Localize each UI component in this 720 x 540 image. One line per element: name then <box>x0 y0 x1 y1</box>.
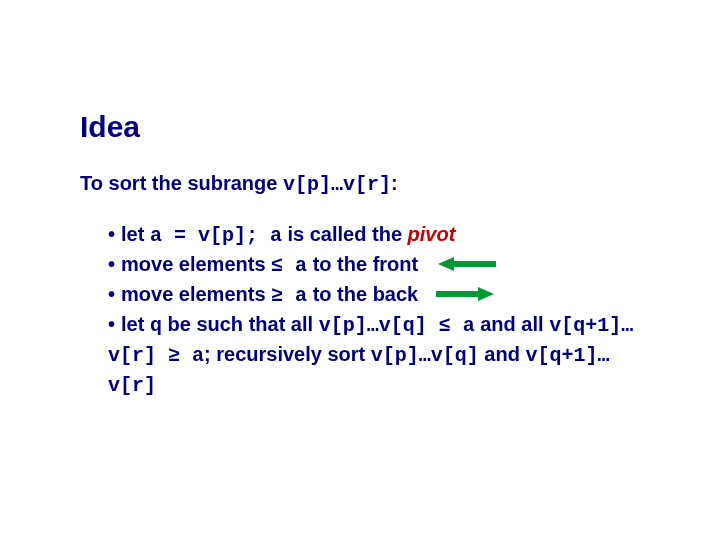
b4-code1: v[p]…v[q] ≤ a <box>319 314 475 337</box>
b1-code: a = v[p]; a <box>150 224 282 247</box>
bullet-glyph: • <box>108 283 115 305</box>
lede-pre: To sort the subrange <box>80 172 283 194</box>
bullet-4: •let q be such that all v[p]…v[q] ≤ a an… <box>108 310 640 400</box>
b4-and: and <box>479 343 526 365</box>
b1-mid: is called the <box>282 223 408 245</box>
lede-post: : <box>391 172 398 194</box>
b3-pre: move elements <box>121 283 271 305</box>
slide-title: Idea <box>80 110 640 144</box>
arrow-left-icon <box>438 256 498 272</box>
b2-pre: move elements <box>121 253 271 275</box>
b4-code3: v[p]…v[q] <box>371 344 479 367</box>
b4-pre: let <box>121 313 150 335</box>
lede-code: v[p]…v[r] <box>283 173 391 196</box>
b1-pre: let <box>121 223 150 245</box>
b3-code: ≥ a <box>271 284 307 307</box>
bullet-glyph: • <box>108 223 115 245</box>
bullet-glyph: • <box>108 313 115 335</box>
b4-q: q <box>150 314 162 337</box>
svg-marker-1 <box>438 257 454 271</box>
b2-code: ≤ a <box>271 254 307 277</box>
b3-post: to the back <box>307 283 418 305</box>
lede-line: To sort the subrange v[p]…v[r]: <box>80 172 640 196</box>
slide: Idea To sort the subrange v[p]…v[r]: •le… <box>0 0 720 540</box>
bullet-glyph: • <box>108 253 115 275</box>
b4-mid3: ; recursively sort <box>204 343 371 365</box>
b4-mid1: be such that all <box>162 313 319 335</box>
pivot-word: pivot <box>408 223 456 245</box>
arrow-right-icon <box>434 286 494 302</box>
b2-post: to the front <box>307 253 418 275</box>
bullet-3: •move elements ≥ a to the back <box>108 280 640 310</box>
bullet-1: •let a = v[p]; a is called the pivot <box>108 220 640 250</box>
bullet-list: •let a = v[p]; a is called the pivot •mo… <box>108 220 640 400</box>
svg-marker-3 <box>478 287 494 301</box>
bullet-2: •move elements ≤ a to the front <box>108 250 640 280</box>
b4-mid2: and all <box>475 313 549 335</box>
